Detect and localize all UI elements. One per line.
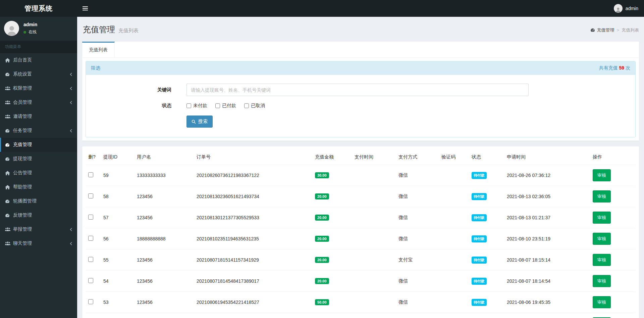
cell-apply-time: 2021-08-06 19:45:35 — [504, 292, 590, 313]
sidebar-item-10[interactable]: 帮助管理 — [0, 180, 77, 194]
table-row: 5312345620210806194535422141852750.00微信待… — [86, 292, 636, 313]
user-status[interactable]: 在线 — [23, 29, 37, 35]
row-checkbox[interactable] — [88, 299, 93, 304]
filter-title[interactable]: 筛选 — [91, 65, 100, 71]
status-option-label: 未付款 — [193, 103, 207, 109]
tab-1[interactable]: 充值列表 — [82, 42, 115, 57]
total-prefix: 共有充值 — [599, 65, 619, 71]
cell-amount: 20.00 — [312, 271, 352, 292]
cell-pay-time — [352, 228, 396, 249]
cell-order-no: 202108071815141157341929 — [194, 249, 312, 271]
status-checkbox[interactable] — [215, 103, 220, 108]
status-badge: 待付款 — [472, 193, 487, 200]
cell-status: 待付款 — [469, 249, 504, 271]
sidebar-item-1[interactable]: 后台首页 — [0, 53, 77, 67]
recharge-table-box: 删?提现ID用户名订单号充值金额支付时间支付方式验证码状态申请时间操作 5913… — [82, 146, 639, 318]
audit-button[interactable]: 审核 — [593, 212, 611, 224]
amount-badge: 20.00 — [315, 257, 329, 263]
sidebar-item-13[interactable]: 举报管理 — [0, 222, 77, 236]
chevron-left-icon — [70, 129, 72, 133]
status-option-3[interactable]: 已取消 — [244, 103, 265, 109]
sidebar-item-8[interactable]: 提现管理 — [0, 152, 77, 166]
cell-status: 待付款 — [469, 292, 504, 313]
column-header: 充值金额 — [312, 150, 352, 165]
cell-status: 待付款 — [469, 271, 504, 292]
sidebar-item-3[interactable]: 权限管理 — [0, 81, 77, 95]
row-checkbox[interactable] — [88, 193, 93, 198]
audit-button[interactable]: 审核 — [593, 254, 611, 266]
cell-status: 待付款 — [469, 186, 504, 207]
cell-username: 13333333333 — [134, 165, 194, 186]
amount-badge: 30.00 — [315, 172, 329, 178]
audit-button[interactable]: 审核 — [593, 275, 611, 287]
cell-order-no: 202108061945354221418527 — [194, 292, 312, 313]
cell-apply-time: 2021-08-26 07:36:12 — [504, 165, 590, 186]
gauge-icon — [5, 199, 13, 203]
sidebar-item-4[interactable]: 会员管理 — [0, 95, 77, 109]
breadcrumb: 充值管理 > 充值列表 — [590, 27, 639, 33]
status-option-label: 已取消 — [251, 103, 265, 109]
sidebar-item-2[interactable]: 系统设置 — [0, 67, 77, 81]
cell-pay-time — [352, 207, 396, 228]
cell-apply-time: 2021-08-07 18:14:54 — [504, 271, 590, 292]
cell-verify-code — [439, 271, 469, 292]
home-icon — [5, 58, 10, 62]
sidebar-item-label: 帮助管理 — [13, 184, 32, 190]
audit-button[interactable]: 审核 — [593, 190, 611, 202]
row-checkbox[interactable] — [88, 278, 93, 283]
sidebar-item-14[interactable]: 聊天管理 — [0, 236, 77, 251]
cell-delete — [86, 292, 101, 313]
row-checkbox[interactable] — [88, 215, 93, 220]
breadcrumb-link[interactable]: 充值管理 — [590, 27, 614, 33]
row-checkbox[interactable] — [88, 236, 93, 241]
brand-logo[interactable]: 管理系统 — [0, 0, 77, 17]
table-row: 5712345620210813012137730552953320.00微信待… — [86, 207, 636, 228]
sidebar-item-7[interactable]: 充值管理 — [0, 138, 77, 152]
cell-id: 55 — [101, 249, 134, 271]
navbar-user-menu[interactable]: admin — [608, 0, 644, 17]
status-badge: 待付款 — [472, 214, 487, 221]
sidebar-item-6[interactable]: 任务管理 — [0, 124, 77, 138]
search-button[interactable]: 搜索 — [186, 116, 213, 128]
users-icon — [5, 227, 13, 231]
keyword-input[interactable] — [186, 84, 529, 96]
sidebar-item-5[interactable]: 邀请管理 — [0, 109, 77, 124]
audit-button[interactable]: 审核 — [593, 233, 611, 245]
users-icon — [5, 241, 13, 245]
column-header: 状态 — [469, 150, 504, 165]
cell-order-no: 202108130121377305529533 — [194, 207, 312, 228]
audit-button[interactable]: 审核 — [593, 296, 611, 308]
row-checkbox[interactable] — [88, 257, 93, 262]
sidebar-item-11[interactable]: 轮播图管理 — [0, 194, 77, 208]
sidebar-item-12[interactable]: 反馈管理 — [0, 208, 77, 222]
online-status-icon — [23, 31, 26, 34]
total-suffix: 次 — [624, 65, 630, 71]
cell-delete — [86, 249, 101, 271]
sidebar-toggle-button[interactable] — [77, 0, 93, 17]
content-header: 充值管理 充值列表 充值管理 > 充值列表 — [77, 17, 644, 37]
row-checkbox[interactable] — [88, 172, 93, 177]
cell-action: 审核 — [590, 249, 636, 271]
chevron-left-icon — [70, 73, 72, 76]
amount-badge: 20.00 — [315, 193, 329, 199]
sidebar-item-9[interactable]: 公告管理 — [0, 166, 77, 180]
cell-order-no: 202108102351194635631235 — [194, 228, 312, 249]
user-status-label: 在线 — [29, 29, 37, 35]
status-checkbox[interactable] — [186, 103, 191, 108]
amount-badge: 50.00 — [315, 299, 329, 305]
users-icon — [5, 227, 10, 231]
cell-verify-code — [439, 186, 469, 207]
audit-button[interactable]: 审核 — [593, 169, 611, 181]
status-option-2[interactable]: 已付款 — [215, 103, 236, 109]
cell-pay-method: 微信 — [396, 165, 439, 186]
status-badge: 待付款 — [472, 257, 487, 264]
column-header: 操作 — [590, 150, 636, 165]
status-badge: 待付款 — [472, 299, 487, 306]
cell-delete — [86, 313, 101, 318]
home-icon — [5, 58, 13, 62]
sidebar-item-label: 轮播图管理 — [13, 198, 37, 204]
status-checkbox[interactable] — [244, 103, 249, 108]
status-option-1[interactable]: 未付款 — [186, 103, 207, 109]
status-label: 状态 — [86, 103, 171, 109]
cell-pay-method: 微信 — [396, 271, 439, 292]
